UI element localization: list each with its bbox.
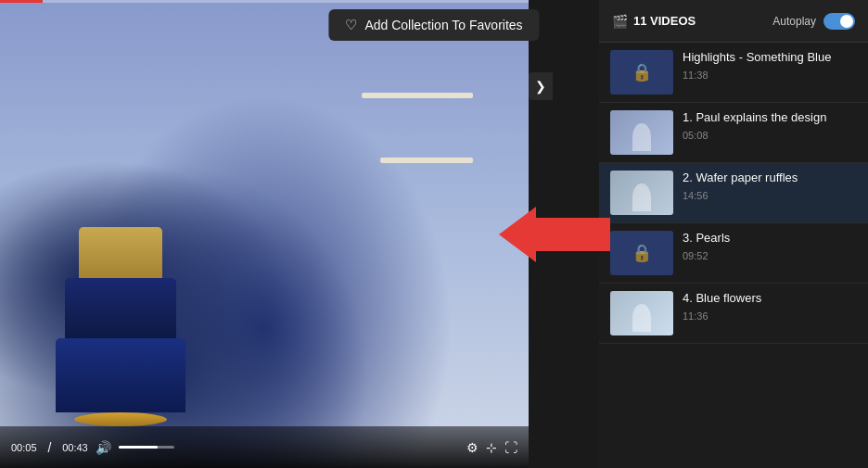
sidebar-panel: 🎬 11 VIDEOS Autoplay 🔒 Highlights - Some… xyxy=(599,0,868,468)
favorites-button-label: Add Collection To Favorites xyxy=(364,18,522,32)
toggle-knob xyxy=(840,15,853,28)
person-silhouette xyxy=(632,304,651,332)
autoplay-section: Autoplay xyxy=(772,13,855,30)
video-content xyxy=(0,0,529,468)
video-total-time: 00:43 xyxy=(62,442,88,453)
video-info: 2. Wafer paper ruffles 14:56 xyxy=(683,171,857,201)
video-duration: 11:38 xyxy=(683,70,857,81)
video-duration: 11:36 xyxy=(683,310,857,322)
video-title: 4. Blue flowers xyxy=(683,291,857,307)
main-container: 00:05 / 00:43 🔊 ⚙ ⊹ ⛶ ♡ Add Collection T… xyxy=(0,0,868,468)
video-list-item[interactable]: 1. Paul explains the design 05:08 xyxy=(599,103,868,163)
shelf-decor-1 xyxy=(362,93,473,98)
volume-slider[interactable] xyxy=(119,446,174,449)
add-favorites-button[interactable]: ♡ Add Collection To Favorites xyxy=(328,9,539,41)
video-info: 3. Pearls 09:52 xyxy=(683,231,857,261)
video-thumbnail: 🔒 xyxy=(610,50,673,95)
video-thumbnail xyxy=(610,291,673,335)
video-info: Highlights - Something Blue 11:38 xyxy=(683,50,857,81)
video-thumbnail xyxy=(610,110,673,155)
arrow-body xyxy=(536,218,610,251)
cake-tier-bottom xyxy=(56,338,185,412)
video-progress-fill xyxy=(0,0,43,3)
video-title: Highlights - Something Blue xyxy=(683,50,857,66)
video-count-label: 🎬 11 VIDEOS xyxy=(612,14,696,29)
arrow-head xyxy=(499,207,536,262)
video-title: 2. Wafer paper ruffles xyxy=(683,171,857,186)
video-info: 1. Paul explains the design 05:08 xyxy=(683,110,857,141)
cake-tier-middle xyxy=(65,278,176,343)
video-progress-container[interactable] xyxy=(0,0,529,3)
video-title: 1. Paul explains the design xyxy=(683,110,857,126)
video-duration: 05:08 xyxy=(683,130,857,141)
video-info: 4. Blue flowers 11:36 xyxy=(683,291,857,322)
fullscreen-icon[interactable]: ⛶ xyxy=(504,440,517,455)
chevron-right-icon: ❯ xyxy=(535,79,546,94)
lock-icon: 🔒 xyxy=(632,62,652,82)
video-list-item[interactable]: 🔒 Highlights - Something Blue 11:38 xyxy=(599,43,868,103)
sidebar-header: 🎬 11 VIDEOS Autoplay xyxy=(599,0,868,43)
lock-icon: 🔒 xyxy=(632,243,652,263)
video-list-item[interactable]: 4. Blue flowers 11:36 xyxy=(599,284,868,344)
shelf-decor-2 xyxy=(380,158,473,163)
cake-visual xyxy=(46,227,195,412)
volume-fill xyxy=(119,446,158,449)
heart-icon: ♡ xyxy=(345,17,357,33)
cake-stand xyxy=(74,412,167,426)
video-list-item[interactable]: 2. Wafer paper ruffles 14:56 xyxy=(599,163,868,223)
video-current-time: 00:05 xyxy=(11,442,37,453)
settings-icon[interactable]: ⚙ xyxy=(466,440,479,455)
video-title: 3. Pearls xyxy=(683,231,857,247)
video-player[interactable]: 00:05 / 00:43 🔊 ⚙ ⊹ ⛶ xyxy=(0,0,529,468)
cake-tier-top xyxy=(79,227,162,283)
autoplay-toggle[interactable] xyxy=(823,13,855,30)
volume-icon[interactable]: 🔊 xyxy=(96,440,111,455)
time-separator: / xyxy=(45,440,56,455)
external-link-icon[interactable]: ⊹ xyxy=(486,440,497,455)
video-duration: 09:52 xyxy=(683,250,857,261)
video-thumbnail xyxy=(610,171,673,215)
film-icon: 🎬 xyxy=(612,14,628,29)
video-thumbnail: 🔒 xyxy=(610,231,673,275)
video-list-item[interactable]: 🔒 3. Pearls 09:52 xyxy=(599,223,868,284)
video-list[interactable]: 🔒 Highlights - Something Blue 11:38 1. P… xyxy=(599,43,868,468)
person-silhouette xyxy=(632,183,651,211)
video-controls-bar: 00:05 / 00:43 🔊 ⚙ ⊹ ⛶ xyxy=(0,426,529,468)
video-duration: 14:56 xyxy=(683,190,857,201)
autoplay-label: Autoplay xyxy=(772,15,816,28)
sidebar-toggle-button[interactable]: ❯ xyxy=(529,72,553,100)
person-silhouette xyxy=(632,123,651,151)
